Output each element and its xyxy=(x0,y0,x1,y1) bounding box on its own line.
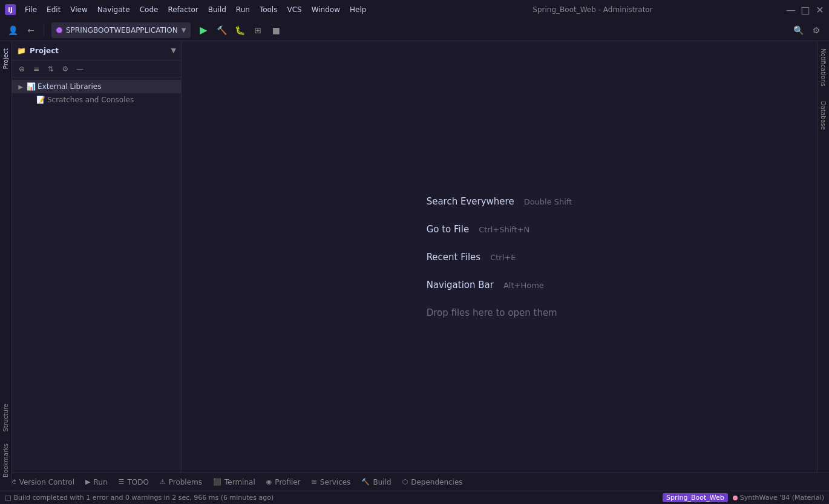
tab-services[interactable]: ⊞ Services xyxy=(307,476,356,489)
navigation-bar-label[interactable]: Navigation Bar xyxy=(427,280,494,290)
build-status: □ Build completed with 1 error and 0 war… xyxy=(5,494,274,502)
external-libraries-label: External Libraries xyxy=(38,82,101,91)
window-controls: — □ ✕ xyxy=(787,5,824,14)
settings-button[interactable]: ⚙ xyxy=(808,22,824,38)
project-badge: Spring_Boot_Web xyxy=(663,493,728,502)
expand-all-button[interactable]: ⇅ xyxy=(45,63,57,75)
menu-refactor[interactable]: Refactor xyxy=(163,4,202,16)
problems-label: Problems xyxy=(169,478,202,486)
project-panel-toolbar: ⊕ ≡ ⇅ ⚙ — xyxy=(12,61,181,77)
tab-profiler[interactable]: ◉ Profiler xyxy=(261,476,306,489)
notifications-tab[interactable]: Notifications xyxy=(819,44,828,91)
tab-dependencies[interactable]: ⬡ Dependencies xyxy=(398,476,468,489)
project-tree: ▶ 📊 External Libraries ▶ 📝 Scratches and… xyxy=(12,77,181,473)
project-strip-tab[interactable]: Project xyxy=(1,44,10,74)
tab-terminal[interactable]: ⬛ Terminal xyxy=(208,476,260,489)
tab-todo[interactable]: ☰ TODO xyxy=(114,476,154,489)
left-vertical-panel: Structure Bookmarks xyxy=(0,377,12,473)
build-button[interactable]: 🔨 xyxy=(214,22,229,38)
theme-indicator: SynthWave '84 (Material) xyxy=(733,494,824,502)
search-everywhere-button[interactable]: 🔍 xyxy=(790,22,806,38)
menu-edit[interactable]: Edit xyxy=(42,4,65,16)
run-config-icon: ⬡ xyxy=(56,27,62,33)
run-tab-icon: ▶ xyxy=(85,478,90,486)
close-button[interactable]: ✕ xyxy=(816,5,824,14)
go-to-file-shortcut: Ctrl+Shift+N xyxy=(479,225,529,234)
editor-area: Search Everywhere Double Shift Go to Fil… xyxy=(182,41,817,473)
drop-files-label: Drop files here to open them xyxy=(427,307,557,318)
menu-code[interactable]: Code xyxy=(136,4,163,16)
coverage-button[interactable]: ⊞ xyxy=(250,22,266,38)
recent-files-label[interactable]: Recent Files xyxy=(427,252,481,263)
project-panel: 📁 Project ▼ ⊕ ≡ ⇅ ⚙ — ▶ 📊 External Libra… xyxy=(12,41,182,473)
toolbar-left: 👤 ← xyxy=(5,22,47,38)
menu-help[interactable]: Help xyxy=(346,4,370,16)
recent-files-shortcut: Ctrl+E xyxy=(490,253,516,262)
todo-icon: ☰ xyxy=(119,478,125,486)
bottom-tabs: ⎇ Version Control ▶ Run ☰ TODO ⚠ Problem… xyxy=(0,473,829,491)
right-strip: Notifications Database xyxy=(817,41,829,473)
tab-run[interactable]: ▶ Run xyxy=(80,476,112,489)
build-status-message: Build completed with 1 error and 0 warni… xyxy=(13,494,274,502)
run-tab-label: Run xyxy=(93,478,107,486)
profiler-icon: ◉ xyxy=(266,478,272,486)
tab-version-control[interactable]: ⎇ Version Control xyxy=(4,476,79,489)
terminal-icon: ⬛ xyxy=(213,478,221,486)
dependencies-label: Dependencies xyxy=(411,478,462,486)
theme-label: SynthWave '84 (Material) xyxy=(740,494,824,502)
theme-dot-icon xyxy=(733,496,738,500)
navigation-bar-shortcut: Alt+Home xyxy=(503,281,544,290)
title-bar: IJ File Edit View Navigate Code Refactor… xyxy=(0,0,829,19)
back-button[interactable]: ← xyxy=(23,22,39,38)
build-tab-label: Build xyxy=(373,478,391,486)
maximize-button[interactable]: □ xyxy=(801,5,810,14)
tree-item-scratches[interactable]: ▶ 📝 Scratches and Consoles xyxy=(12,93,181,106)
database-tab[interactable]: Database xyxy=(819,96,828,135)
external-libraries-icon: 📊 xyxy=(27,82,35,91)
toolbar-sep-1 xyxy=(44,24,44,36)
dependencies-icon: ⬡ xyxy=(402,478,408,486)
run-config-dropdown-icon: ▼ xyxy=(182,27,186,33)
minimize-button[interactable]: — xyxy=(787,5,795,14)
panel-close-button[interactable]: — xyxy=(74,63,86,75)
app-logo: IJ xyxy=(5,4,16,15)
profiler-label: Profiler xyxy=(275,478,300,486)
collapse-all-button[interactable]: ≡ xyxy=(30,63,42,75)
menu-view[interactable]: View xyxy=(66,4,91,16)
profile-button[interactable]: 👤 xyxy=(5,22,21,38)
status-bar: □ Build completed with 1 error and 0 war… xyxy=(0,491,829,504)
window-title: Spring_Boot_Web - Administrator xyxy=(404,5,782,14)
main-layout: Project 📁 Project ▼ ⊕ ≡ ⇅ ⚙ — ▶ 📊 Extern… xyxy=(0,41,829,473)
drop-files-item: Drop files here to open them xyxy=(427,307,557,318)
menu-window[interactable]: Window xyxy=(307,4,344,16)
bookmarks-tab[interactable]: Bookmarks xyxy=(1,440,10,473)
project-panel-header: 📁 Project ▼ xyxy=(12,41,181,61)
menu-run[interactable]: Run xyxy=(232,4,254,16)
run-button[interactable]: ▶ xyxy=(195,22,211,38)
go-to-file-item: Go to File Ctrl+Shift+N xyxy=(427,224,530,235)
tab-build[interactable]: 🔨 Build xyxy=(356,476,396,489)
debug-button[interactable]: 🐛 xyxy=(232,22,247,38)
services-icon: ⊞ xyxy=(312,478,317,486)
menu-file[interactable]: File xyxy=(21,4,41,16)
menu-tools[interactable]: Tools xyxy=(255,4,282,16)
tab-problems[interactable]: ⚠ Problems xyxy=(155,476,207,489)
go-to-file-label[interactable]: Go to File xyxy=(427,224,470,235)
tree-arrow-external: ▶ xyxy=(17,83,24,90)
menu-navigate[interactable]: Navigate xyxy=(93,4,134,16)
locate-button[interactable]: ⊕ xyxy=(16,63,28,75)
run-config-selector[interactable]: ⬡ SPRINGBOOTWEBAPPLICATION ▼ xyxy=(51,22,191,38)
project-panel-dropdown[interactable]: ▼ xyxy=(171,47,176,54)
menu-build[interactable]: Build xyxy=(204,4,231,16)
services-label: Services xyxy=(320,478,351,486)
stop-button[interactable]: ■ xyxy=(268,22,284,38)
menu-vcs[interactable]: VCS xyxy=(283,4,306,16)
search-everywhere-shortcut: Double Shift xyxy=(524,197,572,206)
build-tab-icon: 🔨 xyxy=(361,478,370,486)
structure-tab[interactable]: Structure xyxy=(1,400,10,436)
search-everywhere-label[interactable]: Search Everywhere xyxy=(427,196,514,207)
terminal-label: Terminal xyxy=(224,478,255,486)
panel-settings-button[interactable]: ⚙ xyxy=(59,63,71,75)
tree-item-external-libraries[interactable]: ▶ 📊 External Libraries xyxy=(12,80,181,93)
run-config-name: SPRINGBOOTWEBAPPLICATION xyxy=(66,26,178,34)
